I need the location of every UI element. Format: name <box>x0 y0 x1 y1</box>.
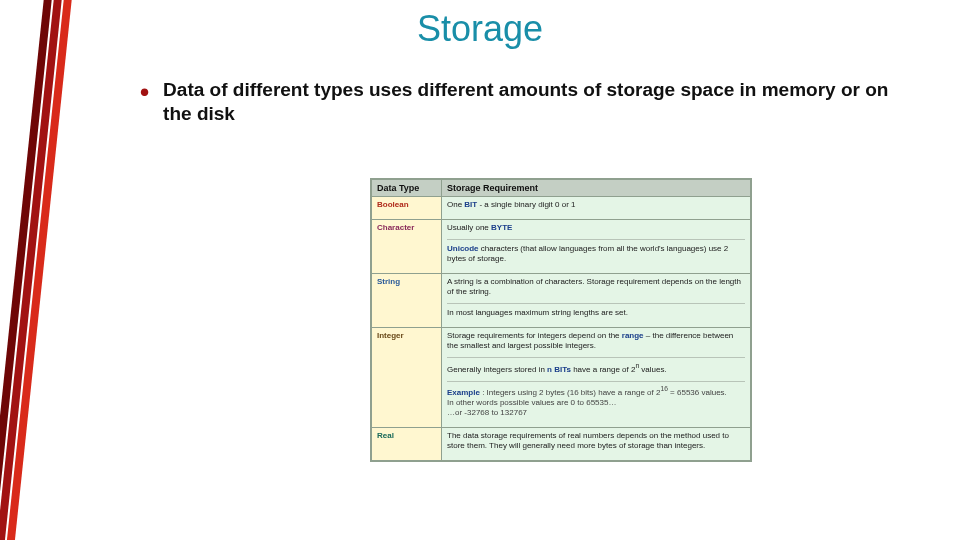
cell-type: String <box>372 274 442 328</box>
cell-type: Integer <box>372 328 442 428</box>
cell-desc: The data storage requirements of real nu… <box>442 428 751 461</box>
table-row: IntegerStorage requirements for integers… <box>372 328 751 428</box>
table-header-row: Data Type Storage Requirement <box>372 180 751 197</box>
table-row: CharacterUsually one BYTEUnicode charact… <box>372 220 751 274</box>
bullet-text: Data of different types uses different a… <box>163 78 900 126</box>
cell-desc: One BIT - a single binary digit 0 or 1 <box>442 197 751 220</box>
storage-table: Data Type Storage Requirement BooleanOne… <box>370 178 752 462</box>
table-row: StringA string is a combination of chara… <box>372 274 751 328</box>
cell-type: Character <box>372 220 442 274</box>
cell-desc: Storage requirements for integers depend… <box>442 328 751 428</box>
bullet-row: • Data of different types uses different… <box>140 78 900 126</box>
cell-type: Boolean <box>372 197 442 220</box>
col-header-type: Data Type <box>372 180 442 197</box>
table-row: RealThe data storage requirements of rea… <box>372 428 751 461</box>
bullet-dot-icon: • <box>140 82 149 102</box>
cell-desc: A string is a combination of characters.… <box>442 274 751 328</box>
storage-table-inner: Data Type Storage Requirement BooleanOne… <box>371 179 751 461</box>
decor-side-stripes <box>0 0 80 540</box>
col-header-req: Storage Requirement <box>442 180 751 197</box>
cell-desc: Usually one BYTEUnicode characters (that… <box>442 220 751 274</box>
cell-type: Real <box>372 428 442 461</box>
table-row: BooleanOne BIT - a single binary digit 0… <box>372 197 751 220</box>
slide-title: Storage <box>0 8 960 50</box>
